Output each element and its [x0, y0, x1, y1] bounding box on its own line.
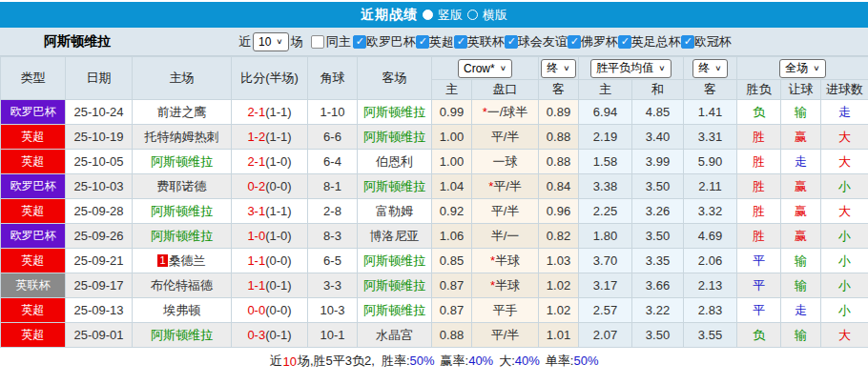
scope-select[interactable]: 全场 ∨ — [779, 59, 825, 78]
score-cell: 0-3(0-1) — [232, 323, 308, 348]
handicap-home-odds: 1.06 — [432, 224, 472, 249]
home-team-name[interactable]: 阿斯顿维拉 — [151, 328, 213, 342]
league-checkbox[interactable] — [353, 35, 366, 49]
table-row: 欧罗巴杯25-10-24前进之鹰2-1(1-1)1-10阿斯顿维拉0.99*一/… — [1, 100, 868, 125]
stat-value: 50% — [410, 354, 435, 368]
home-team-name[interactable]: 布伦特福德 — [151, 278, 213, 293]
corner-count: 6-5 — [308, 249, 358, 273]
away-team-cell: 富勒姆 — [358, 199, 432, 224]
match-count: 10 — [282, 354, 296, 369]
half-time-score: (0-0) — [265, 179, 291, 193]
chevron-down-icon: ∨ — [714, 64, 721, 72]
league-checkbox-label[interactable]: 欧罗巴杯 — [366, 33, 416, 51]
league-type-badge: 英超 — [1, 199, 66, 224]
away-team-name[interactable]: 阿斯顿维拉 — [363, 253, 425, 268]
handicap-outcome: 输 — [781, 273, 821, 298]
league-checkbox[interactable] — [416, 35, 429, 49]
away-team-cell: 水晶宫 — [358, 323, 432, 348]
handicap-away-odds: 0.96 — [539, 199, 579, 224]
league-checkbox[interactable] — [568, 35, 581, 49]
corner-count: 10-1 — [308, 323, 358, 348]
horizontal-layout-radio[interactable] — [467, 10, 478, 20]
home-team-cell: 阿斯顿维拉 — [133, 323, 232, 348]
handicap-outcome: 输 — [781, 249, 821, 273]
score-cell: 2-1(1-0) — [232, 150, 308, 174]
result-outcome: 平 — [737, 298, 781, 323]
home-team-name[interactable]: 阿斯顿维拉 — [151, 154, 213, 169]
europe-stage-select[interactable]: 终 ∨ — [692, 59, 727, 78]
league-checkbox-label[interactable]: 球会友谊 — [518, 33, 568, 51]
away-team-cell: 阿斯顿维拉 — [358, 174, 432, 199]
chevron-down-icon: ∨ — [500, 64, 506, 72]
home-team-name[interactable]: 埃弗顿 — [163, 303, 200, 317]
away-team-name[interactable]: 富勒姆 — [376, 204, 413, 218]
league-checkbox[interactable] — [618, 35, 631, 49]
europe-odds-select[interactable]: 胜平负均值 ∨ — [590, 59, 671, 78]
away-team-name[interactable]: 阿斯顿维拉 — [363, 179, 425, 193]
home-team-cell: 前进之鹰 — [133, 100, 232, 125]
col-header-result: 胜负 — [737, 80, 781, 100]
stat-value: 40% — [515, 354, 540, 368]
full-time-score: 0-3 — [247, 328, 265, 342]
home-team-name[interactable]: 阿斯顿维拉 — [151, 204, 213, 218]
europe-draw-odds: 3.99 — [632, 150, 684, 174]
match-count-select[interactable]: 10 ∨ — [253, 32, 289, 51]
league-checkbox-label[interactable]: 英联杯 — [467, 33, 505, 51]
same-host-label[interactable]: 同主 — [326, 33, 351, 51]
home-team-name[interactable]: 前进之鹰 — [157, 105, 207, 119]
league-checkbox[interactable] — [454, 35, 467, 49]
stat-item: 大:40% — [499, 354, 540, 368]
league-checkbox[interactable] — [681, 35, 694, 49]
away-team-name[interactable]: 阿斯顿维拉 — [363, 105, 425, 119]
result-outcome: 胜 — [737, 150, 781, 174]
league-checkbox-label[interactable]: 佛罗杯 — [581, 33, 618, 51]
away-team-name[interactable]: 阿斯顿维拉 — [363, 130, 425, 144]
col-header-eu-away: 客 — [684, 80, 737, 100]
half-time-score: (0-0) — [265, 303, 291, 317]
away-team-name[interactable]: 伯恩利 — [376, 154, 413, 169]
same-host-checkbox[interactable] — [311, 35, 324, 49]
league-checkbox-label[interactable]: 欧冠杯 — [694, 33, 732, 51]
league-filters: 欧罗巴杯英超英联杯球会友谊佛罗杯英足总杯欧冠杯 — [353, 33, 732, 51]
full-time-score: 3-1 — [247, 204, 265, 218]
handicap-away-odds: 1.03 — [539, 249, 579, 273]
league-checkbox-label[interactable]: 英足总杯 — [631, 33, 681, 51]
away-team-name[interactable]: 阿斯顿维拉 — [363, 278, 425, 293]
col-header-eu-draw: 和 — [632, 80, 684, 100]
handicap-away-odds: 0.84 — [539, 174, 579, 199]
half-time-score: (1-0) — [265, 154, 291, 169]
vertical-layout-label[interactable]: 竖版 — [438, 7, 463, 24]
home-team-name[interactable]: 阿斯顿维拉 — [151, 229, 213, 243]
away-team-name[interactable]: 博洛尼亚 — [370, 229, 420, 243]
horizontal-layout-label[interactable]: 横版 — [483, 7, 507, 24]
handicap-home-odds: 1.04 — [432, 174, 472, 199]
recent-results-panel: 近期战绩 竖版 横版 阿斯顿维拉 近 10 ∨ 场 同主 欧罗巴杯英超英联杯球会… — [0, 2, 868, 373]
home-team-name[interactable]: 托特纳姆热刺 — [145, 130, 219, 144]
away-team-name[interactable]: 阿斯顿维拉 — [363, 303, 425, 317]
vertical-layout-radio[interactable] — [423, 10, 433, 20]
score-cell: 1-1(0-1) — [232, 273, 308, 298]
handicap-away-odds: 1.02 — [539, 273, 579, 298]
stat-label: 大: — [499, 354, 515, 368]
away-team-name[interactable]: 水晶宫 — [376, 328, 413, 342]
odds-company-select[interactable]: Crow* ∨ — [458, 59, 512, 78]
europe-home-odds: 3.38 — [579, 174, 632, 199]
result-outcome: 胜 — [737, 174, 781, 199]
europe-draw-odds: 3.26 — [632, 199, 684, 224]
half-time-score: (1-1) — [265, 105, 291, 119]
league-checkbox-label[interactable]: 英超 — [429, 33, 454, 51]
handicap-stage-select[interactable]: 终 ∨ — [541, 59, 575, 78]
home-team-name[interactable]: 费耶诺德 — [157, 179, 207, 193]
handicap-away-odds: 1.02 — [539, 298, 579, 323]
col-header-date: 日期 — [66, 57, 133, 100]
corner-count: 10-3 — [308, 298, 358, 323]
league-type-badge: 英超 — [1, 150, 66, 174]
score-cell: 2-1(1-1) — [232, 100, 308, 125]
league-checkbox[interactable] — [505, 35, 518, 49]
europe-away-odds: 2.83 — [684, 298, 737, 323]
home-team-name[interactable]: 桑德兰 — [169, 253, 206, 268]
match-date: 25-09-28 — [66, 199, 133, 224]
corner-count: 6-6 — [308, 125, 358, 150]
table-row: 英超25-09-13埃弗顿0-0(0-0)10-3阿斯顿维拉0.87平手1.02… — [1, 298, 868, 323]
col-header-type: 类型 — [1, 57, 66, 100]
